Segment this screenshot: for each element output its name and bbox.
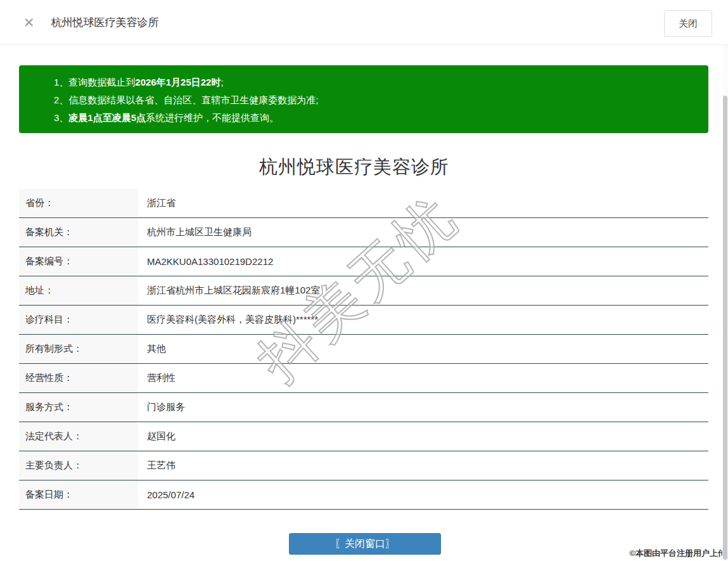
notice-line-1: 1、查询数据截止到2026年1月25日22时; [54,74,696,91]
upload-credit-text: ©本图由平台注册用户上传 [629,548,726,559]
notice-line-2: 2、信息数据结果以各省、自治区、直辖市卫生健康委数据为准; [54,91,696,109]
notice-line-1-post: ; [220,77,223,87]
table-row-authority: 备案机关： 杭州市上城区卫生健康局 [19,218,708,247]
notice-line-3-text: 3、 [54,112,68,123]
info-value: MA2KKU0A133010219D2212 [138,247,273,276]
table-row-address: 地址： 浙江省杭州市上城区花园新宸府1幢102室 [19,276,708,306]
info-label: 法定代表人： [19,422,138,451]
info-value: 浙江省杭州市上城区花园新宸府1幢102室 [138,276,320,305]
info-value: 医疗美容科(美容外科，美容皮肤科)****** [138,306,318,334]
scrollbar-thumb[interactable] [723,96,727,560]
info-value: 其他 [138,335,166,363]
info-label: 主要负责人： [19,451,138,480]
close-window-button[interactable]: 〖关闭窗口〗 [289,533,441,555]
table-row-principal: 主要负责人： 王艺伟 [19,451,708,480]
table-row-business-nature: 经营性质： 营利性 [19,364,708,393]
record-table: 省份： 浙江省 备案机关： 杭州市上城区卫生健康局 备案编号： MA2KKU0A… [19,189,708,510]
table-row-service-mode: 服务方式： 门诊服务 [19,393,708,422]
info-value: 王艺伟 [138,451,176,480]
notice-line-3: 3、凌晨1点至凌晨5点系统进行维护，不能提供查询。 [54,109,696,127]
table-row-record-number: 备案编号： MA2KKU0A133010219D2212 [19,247,708,276]
info-value: 营利性 [138,364,176,392]
close-button[interactable]: 关闭 [664,10,712,37]
table-row-province: 省份： 浙江省 [19,189,708,218]
close-icon[interactable]: ✕ [23,16,35,29]
notice-line-2-text: 2、信息数据结果以各省、自治区、直辖市卫生健康委数据为准; [54,94,319,105]
info-label: 诊疗科目： [19,306,138,334]
info-label: 备案编号： [19,247,138,276]
clinic-title: 杭州悦球医疗美容诊所 [0,155,708,180]
notice-line-3-post: 系统进行维护，不能提供查询。 [146,112,279,123]
notice-line-1-text: 1、查询数据截止到 [54,77,135,87]
info-label: 经营性质： [19,364,138,392]
info-value: 浙江省 [138,189,176,217]
info-value: 杭州市上城区卫生健康局 [138,218,252,247]
header-bar: ✕ 杭州悦球医疗美容诊所 关闭 [0,0,728,45]
info-value: 门诊服务 [138,393,185,422]
notice-banner: 1、查询数据截止到2026年1月25日22时; 2、信息数据结果以各省、自治区、… [19,65,708,133]
notice-line-1-bold: 2026年1月25日22时 [135,77,220,87]
table-row-legal-representative: 法定代表人： 赵国化 [19,422,708,451]
table-row-record-date: 备案日期： 2025/07/24 [19,480,708,510]
table-row-ownership: 所有制形式： 其他 [19,335,708,364]
scrollbar-track[interactable] [722,46,728,561]
info-label: 备案机关： [19,218,138,247]
info-value: 赵国化 [138,422,176,451]
page-title: 杭州悦球医疗美容诊所 [51,15,159,30]
info-value: 2025/07/24 [138,480,195,509]
table-row-departments: 诊疗科目： 医疗美容科(美容外科，美容皮肤科)****** [19,306,708,335]
info-label: 备案日期： [19,480,138,509]
info-label: 省份： [19,189,138,217]
info-label: 所有制形式： [19,335,138,363]
info-label: 地址： [19,276,138,305]
notice-line-3-bold: 凌晨1点至凌晨5点 [68,112,146,123]
info-label: 服务方式： [19,393,138,422]
